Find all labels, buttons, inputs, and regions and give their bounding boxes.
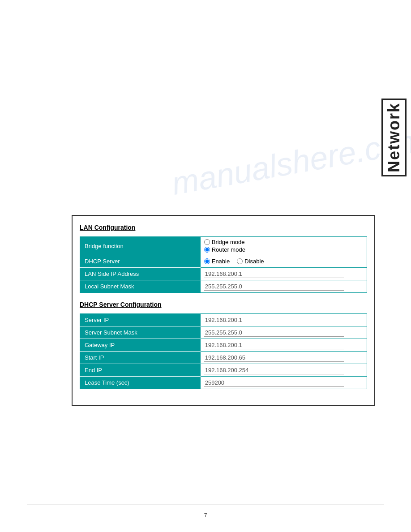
lan-ip-label: LAN Side IP Address [80,268,201,280]
lan-ip-input[interactable] [204,270,344,278]
disable-option[interactable]: Disable [237,258,264,265]
dhcp-config-table: Server IP Server Subnet Mask Gateway IP [80,313,367,389]
server-ip-value [201,314,367,326]
gateway-ip-label: Gateway IP [80,339,201,352]
network-side-label: Network [381,99,407,176]
enable-label: Enable [212,258,230,265]
page-number: 7 [204,512,207,519]
table-row: Bridge function Bridge mode Router mode [80,237,367,255]
bridge-mode-radio[interactable] [204,239,210,245]
server-subnet-label: Server Subnet Mask [80,326,201,339]
bridge-mode-label: Bridge mode [212,239,245,245]
table-row: Server Subnet Mask [80,326,367,339]
subnet-mask-input[interactable] [204,283,344,291]
disable-radio[interactable] [237,258,243,264]
table-row: Lease Time (sec) [80,377,367,389]
dhcp-section-title: DHCP Server Configuration [80,301,367,308]
gateway-ip-input[interactable] [204,341,344,349]
end-ip-label: End IP [80,364,201,377]
table-row: Gateway IP [80,339,367,352]
table-row: DHCP Server Enable Disable [80,255,367,268]
table-row: Local Subnet Mask [80,280,367,293]
bottom-divider [27,505,384,505]
bridge-function-label: Bridge function [80,237,201,255]
end-ip-value [201,364,367,377]
router-mode-radio[interactable] [204,247,210,253]
start-ip-input[interactable] [204,354,344,362]
lan-config-table: Bridge function Bridge mode Router mode [80,236,367,293]
lan-section-title: LAN Configuration [80,224,367,231]
start-ip-label: Start IP [80,352,201,364]
gateway-ip-value [201,339,367,352]
lease-time-label: Lease Time (sec) [80,377,201,389]
enable-option[interactable]: Enable [204,258,230,265]
table-row: Server IP [80,314,367,326]
server-subnet-value [201,326,367,339]
lease-time-input[interactable] [204,379,344,387]
end-ip-input[interactable] [204,366,344,374]
table-row: LAN Side IP Address [80,268,367,280]
disable-label: Disable [244,258,264,265]
table-row: End IP [80,364,367,377]
router-mode-option[interactable]: Router mode [204,246,363,253]
table-row: Start IP [80,352,367,364]
enable-radio[interactable] [204,258,210,264]
config-box: LAN Configuration Bridge function Bridge… [72,215,375,406]
main-content: LAN Configuration Bridge function Bridge… [72,215,375,406]
bridge-function-value: Bridge mode Router mode [201,237,367,255]
lan-ip-value [201,268,367,280]
watermark: manualshere.com [169,121,411,202]
server-ip-input[interactable] [204,316,344,324]
server-ip-label: Server IP [80,314,201,326]
dhcp-server-value: Enable Disable [201,255,367,268]
server-subnet-input[interactable] [204,329,344,337]
bridge-radio-group: Bridge mode Router mode [204,239,363,253]
bridge-mode-option[interactable]: Bridge mode [204,239,363,245]
subnet-mask-value [201,280,367,293]
subnet-mask-label: Local Subnet Mask [80,280,201,293]
router-mode-label: Router mode [212,246,245,253]
dhcp-server-label: DHCP Server [80,255,201,268]
lease-time-value [201,377,367,389]
start-ip-value [201,352,367,364]
dhcp-radio-group: Enable Disable [204,258,363,265]
